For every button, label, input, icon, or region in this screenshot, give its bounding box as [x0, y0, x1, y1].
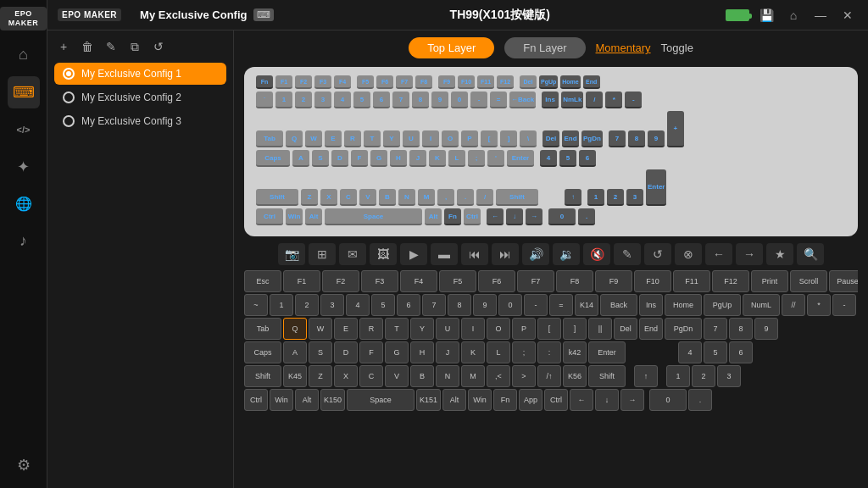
key-alt-l[interactable]: Alt	[305, 208, 322, 225]
key-ins[interactable]: Ins	[542, 92, 559, 108]
km-nequals[interactable]: =	[549, 294, 573, 316]
key-enter-num[interactable]: Enter	[646, 169, 666, 206]
fn-mail-btn[interactable]: ✉	[339, 243, 366, 265]
key-v[interactable]: V	[359, 189, 376, 206]
km-win-r[interactable]: Win	[468, 389, 492, 411]
km-up-arr[interactable]: ↑	[634, 365, 658, 387]
key-del-right[interactable]: Del	[542, 130, 559, 147]
fn-play-btn[interactable]: ▶	[400, 243, 427, 265]
km-c[interactable]: C	[359, 365, 383, 387]
key-9[interactable]: 9	[431, 92, 448, 108]
km-nminus[interactable]: -	[524, 294, 548, 316]
key-y[interactable]: Y	[383, 130, 400, 147]
key-k[interactable]: K	[429, 150, 446, 167]
config-item-2[interactable]: My Exclusive Config 2	[54, 86, 226, 108]
key-f9[interactable]: F9	[438, 75, 455, 89]
key-numlock[interactable]: NmLk	[561, 92, 583, 108]
km-x[interactable]: X	[334, 365, 358, 387]
copy-config-button[interactable]: ⧉	[125, 37, 144, 56]
sidebar-item-keyboard[interactable]: ⌨	[8, 76, 40, 108]
km-n[interactable]: N	[436, 365, 459, 387]
km-colon[interactable]: ;	[512, 341, 536, 363]
key-o[interactable]: O	[442, 130, 459, 147]
km-y[interactable]: Y	[410, 318, 434, 340]
km-s[interactable]: S	[309, 341, 332, 363]
key-2-num[interactable]: 2	[607, 189, 624, 206]
km-i[interactable]: I	[461, 318, 485, 340]
key-8[interactable]: 8	[412, 92, 429, 108]
fn-mute-btn[interactable]: 🔇	[583, 243, 610, 265]
key-q[interactable]: Q	[286, 130, 303, 147]
km-num0[interactable]: 0	[649, 389, 687, 411]
km-t[interactable]: T	[385, 318, 409, 340]
fn-grid-btn[interactable]: ⊞	[309, 243, 336, 265]
key-right-arr[interactable]: →	[526, 208, 542, 225]
km-gt[interactable]: >	[512, 365, 536, 387]
km-lt[interactable]: ,<	[487, 365, 510, 387]
key-b[interactable]: B	[379, 189, 396, 206]
km-f7[interactable]: F7	[517, 270, 554, 292]
key-0-num[interactable]: 0	[548, 208, 576, 225]
key-ctrl-l[interactable]: Ctrl	[256, 208, 283, 225]
km-n2[interactable]: 2	[295, 294, 319, 316]
km-f6[interactable]: F6	[478, 270, 515, 292]
key-semi[interactable]: ;	[468, 150, 485, 167]
fn-layer-tab[interactable]: Fn Layer	[504, 37, 585, 58]
key-minus-num[interactable]: -	[625, 92, 642, 108]
key-t[interactable]: T	[364, 130, 381, 147]
km-n9[interactable]: 9	[473, 294, 497, 316]
key-1-num[interactable]: 1	[587, 189, 604, 206]
km-k150[interactable]: K150	[320, 389, 345, 411]
key-lbracket[interactable]: [	[481, 130, 498, 147]
toggle-tab[interactable]: Toggle	[661, 42, 693, 54]
km-quote[interactable]: :	[537, 341, 561, 363]
km-num5[interactable]: 5	[704, 341, 727, 363]
edit-config-button[interactable]: ✎	[102, 37, 120, 56]
key-c[interactable]: C	[340, 189, 357, 206]
km-num2[interactable]: 2	[692, 365, 715, 387]
key-m[interactable]: M	[418, 189, 435, 206]
km-n6[interactable]: 6	[397, 294, 420, 316]
km-z[interactable]: Z	[309, 365, 332, 387]
key-w[interactable]: W	[305, 130, 322, 147]
fn-volup-btn[interactable]: 🔊	[522, 243, 549, 265]
key-backtick[interactable]: `	[256, 92, 273, 108]
km-f10[interactable]: F10	[634, 270, 671, 292]
km-n8[interactable]: 8	[448, 294, 471, 316]
km-k42[interactable]: k42	[563, 341, 587, 363]
key-e[interactable]: E	[325, 130, 342, 147]
km-r[interactable]: R	[359, 318, 383, 340]
km-k45[interactable]: K45	[283, 365, 307, 387]
key-a[interactable]: A	[292, 150, 309, 167]
key-f10[interactable]: F10	[458, 75, 475, 89]
km-k[interactable]: K	[461, 341, 485, 363]
top-layer-tab[interactable]: Top Layer	[409, 37, 494, 58]
key-i[interactable]: I	[422, 130, 439, 147]
km-k14[interactable]: K14	[575, 294, 598, 316]
sidebar-item-settings[interactable]: ⚙	[8, 449, 40, 481]
sidebar-item-code[interactable]: </>	[8, 114, 40, 146]
km-space[interactable]: Space	[347, 389, 415, 411]
km-f12[interactable]: F12	[712, 270, 749, 292]
km-g[interactable]: G	[385, 341, 409, 363]
key-d[interactable]: D	[331, 150, 348, 167]
fn-refresh-btn[interactable]: ↺	[644, 243, 671, 265]
km-f1[interactable]: F1	[283, 270, 320, 292]
key-space[interactable]: Space	[325, 208, 422, 225]
key-fn-r[interactable]: Fn	[444, 208, 461, 225]
keyboard-icon[interactable]: ⌨	[253, 8, 274, 21]
fn-left-btn[interactable]: ←	[705, 243, 732, 265]
key-ctrl-r[interactable]: Ctrl	[464, 208, 481, 225]
key-comma[interactable]: ,	[437, 189, 454, 206]
km-p[interactable]: P	[512, 318, 536, 340]
key-u[interactable]: U	[403, 130, 420, 147]
key-backspace[interactable]: ←Back	[509, 92, 536, 108]
fn-voldown-btn[interactable]: 🔉	[553, 243, 580, 265]
key-down-arr[interactable]: ↓	[506, 208, 523, 225]
km-end-r[interactable]: End	[639, 318, 663, 340]
km-b[interactable]: B	[410, 365, 434, 387]
km-u[interactable]: U	[436, 318, 459, 340]
key-minus[interactable]: -	[470, 92, 487, 108]
key-3-num[interactable]: 3	[626, 189, 643, 206]
key-f6[interactable]: F6	[376, 75, 393, 89]
